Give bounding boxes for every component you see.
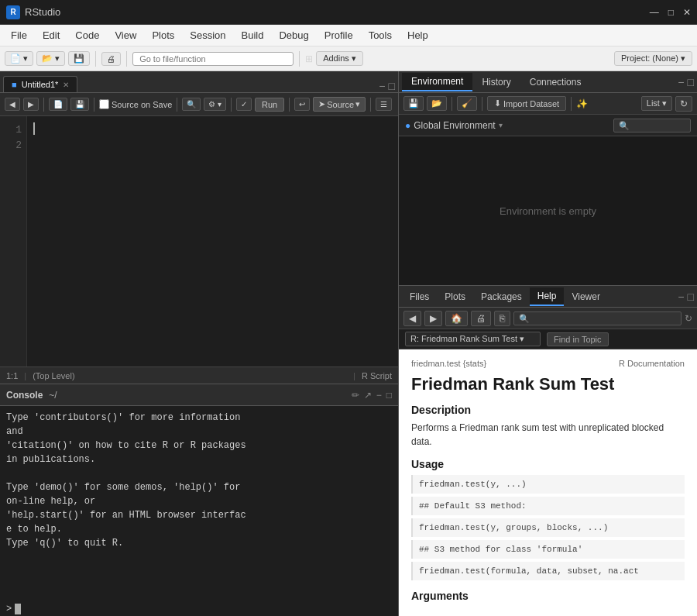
clear-console-icon[interactable]: ✏ [352,390,359,401]
list-button[interactable]: List ▾ [641,96,672,111]
env-expand-icon[interactable]: □ [688,76,694,88]
env-broom-button[interactable]: 🧹 [457,96,477,111]
menu-item-tools[interactable]: Tools [361,28,400,43]
help-forward-button[interactable]: ▶ [424,311,442,326]
etb-sep-3 [177,98,177,112]
line-number-2: 2 [0,138,22,153]
project-button[interactable]: Project: (None) ▾ [614,51,692,66]
maximize-icon[interactable]: □ [386,390,392,401]
env-tab-controls[interactable]: − □ [678,76,694,88]
env-search-input[interactable] [613,119,691,132]
source-on-save-label[interactable]: Source on Save [99,99,172,109]
close-button[interactable]: ✕ [683,7,691,18]
tab-plots[interactable]: Plots [437,288,473,305]
tools-button[interactable]: ⚙ ▾ [204,98,226,111]
source-dropdown-icon[interactable]: ▾ [355,99,360,109]
context-label[interactable]: (Top Level) [33,371,74,380]
tab-connections[interactable]: Connections [520,74,591,91]
env-collapse-icon[interactable]: − [678,76,684,88]
menu-item-plots[interactable]: Plots [144,28,182,43]
save-button[interactable]: 💾 [68,51,90,66]
source-on-save-checkbox[interactable] [99,99,109,109]
console-content[interactable]: Type 'contributors()' for more informati… [0,406,398,602]
console-controls[interactable]: ✏ ↗ − □ [352,390,392,401]
back-button[interactable]: ◀ [5,98,20,111]
find-in-topic-button[interactable]: Find in Topic [547,332,609,346]
tab-controls[interactable]: − □ [379,80,395,92]
help-title: Friedman Rank Sum Test [411,374,685,394]
options-button[interactable]: ☰ [376,98,392,111]
maximize-button[interactable]: □ [668,7,674,18]
menu-item-view[interactable]: View [107,28,144,43]
menu-item-code[interactable]: Code [67,28,107,43]
help-copy-button[interactable]: ⎘ [494,311,510,326]
new-file-button[interactable]: 📄 ▾ [5,51,33,66]
menu-item-session[interactable]: Session [182,28,233,43]
env-open-button[interactable]: 📂 [427,96,447,111]
reformat-button[interactable]: ↩ [294,98,310,111]
help-collapse-icon[interactable]: − [678,291,684,303]
menu-item-edit[interactable]: Edit [35,28,67,43]
console-tab-label[interactable]: Console [6,390,43,401]
print-button[interactable]: 🖨 [101,52,121,66]
env-dropdown-arrow[interactable]: ▾ [499,121,503,129]
source-button[interactable]: ➤ Source ▾ [313,97,366,112]
env-save-button[interactable]: 💾 [403,96,424,111]
global-env-icon: ● [405,120,410,131]
save-script-button[interactable]: 💾 [70,98,89,111]
import-dataset-button[interactable]: ⬇ Import Dataset [487,96,566,111]
tab-history[interactable]: History [472,74,520,91]
collapse-icon[interactable]: − [379,80,385,92]
editor-tab-untitled1[interactable]: ■ Untitled1* ✕ [3,76,77,92]
collapse-icon[interactable]: − [376,390,382,401]
menu-item-help[interactable]: Help [400,28,436,43]
menu-item-file[interactable]: File [3,28,35,43]
help-back-button[interactable]: ◀ [403,311,421,326]
new-script-button[interactable]: 📄 [49,98,67,111]
goto-input[interactable] [132,52,294,66]
forward-button[interactable]: ▶ [23,98,39,111]
main-layout: ■ Untitled1* ✕ − □ ◀ ▶ 📄 💾 So [0,71,697,616]
tab-close-icon[interactable]: ✕ [63,81,69,89]
editor-area: ■ Untitled1* ✕ − □ ◀ ▶ 📄 💾 So [0,71,398,384]
addins-button[interactable]: Addins ▾ [316,51,363,66]
tab-viewer[interactable]: Viewer [564,288,607,305]
minimize-button[interactable]: — [650,7,659,18]
help-topic-select[interactable]: R: Friedman Rank Sum Test ▾ [405,332,541,346]
window-controls[interactable]: — □ ✕ [650,7,691,18]
help-home-button[interactable]: 🏠 [445,311,468,326]
menu-item-profile[interactable]: Profile [317,28,361,43]
menu-item-debug[interactable]: Debug [271,28,316,43]
help-usage-code-2: ## Default S3 method: [411,497,685,515]
env-sep-1 [452,97,452,111]
console-input-line[interactable]: > [0,602,398,616]
help-print-button[interactable]: 🖨 [471,311,491,326]
refresh-button[interactable]: ↻ [675,96,692,112]
help-search-input[interactable] [513,311,682,325]
tab-files[interactable]: Files [402,288,437,305]
expand-icon[interactable]: □ [389,80,395,92]
tab-help[interactable]: Help [530,287,565,306]
help-tab-controls[interactable]: − □ [678,291,694,303]
menu-item-build[interactable]: Build [234,28,272,43]
run-button[interactable]: Run [255,98,284,112]
help-tabs: Files Plots Packages Help Viewer − □ [399,286,697,308]
code-editor[interactable]: 1 2 [0,116,398,367]
global-env-label[interactable]: ● Global Environment ▾ [405,120,503,131]
help-expand-icon[interactable]: □ [688,291,694,303]
source-icon: ➤ [318,99,325,109]
expand-icon[interactable]: ↗ [364,390,372,401]
open-file-button[interactable]: 📂 ▾ [36,51,65,66]
title-bar: R RStudio — □ ✕ [0,0,697,25]
etb-sep-1 [43,98,44,112]
search-button[interactable]: 🔍 [182,98,201,111]
tab-environment[interactable]: Environment [402,73,472,91]
code-check-button[interactable]: ✓ [236,98,252,111]
source-on-save-text: Source on Save [112,100,172,109]
help-refresh-button[interactable]: ↻ [685,313,692,324]
tab-packages[interactable]: Packages [473,288,530,305]
help-content[interactable]: friedman.test {stats} R Documentation Fr… [399,349,697,616]
tab-label: Untitled1* [22,80,59,89]
code-content[interactable] [27,116,398,367]
help-description-text: Performs a Friedman rank sum test with u… [411,421,685,449]
